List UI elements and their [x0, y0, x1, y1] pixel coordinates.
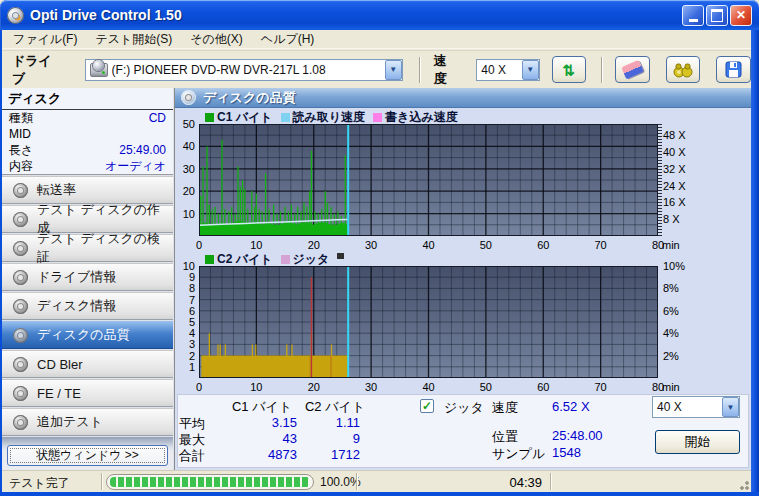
app-window: { "window": { "title": "Opti Drive Contr… — [0, 0, 759, 496]
stats-field-label: サンプル — [492, 445, 552, 463]
right-axis-tick: 40 X — [663, 146, 686, 158]
legend-swatch — [205, 113, 214, 122]
x-axis-tick: 0 — [187, 239, 211, 251]
y-axis-tick: 1 — [173, 361, 195, 373]
right-axis-tick: 32 X — [663, 163, 686, 175]
elapsed-time: 04:39 — [442, 475, 542, 490]
stats-c2-value: 9 — [295, 431, 360, 446]
x-axis-tick: 30 — [359, 381, 383, 393]
stats-col-header: C1 バイト — [222, 398, 302, 416]
y-axis-tick: 9 — [173, 271, 195, 283]
legend-swatch — [281, 113, 290, 122]
right-axis-tick: 10% — [663, 260, 685, 272]
status-bar: テスト完了 100.0% 04:39 — [2, 470, 751, 492]
stats-c1-value: 3.15 — [222, 415, 297, 430]
statusbar-separator — [550, 473, 552, 490]
right-axis-tick: 16 X — [663, 196, 686, 208]
x-axis-tick: 40 — [417, 239, 441, 251]
stats-c1-value: 4873 — [222, 447, 297, 462]
y-axis-tick: 40 — [173, 140, 195, 152]
right-axis-tick: 24 X — [663, 180, 686, 192]
x-axis-tick: 20 — [302, 239, 326, 251]
y-axis-tick: 4 — [173, 327, 195, 339]
statusbar-separator — [356, 473, 358, 490]
statusbar-separator — [101, 473, 103, 490]
x-axis-tick: 10 — [244, 381, 268, 393]
resize-grip[interactable] — [736, 477, 749, 490]
right-axis-tick: 6% — [663, 305, 679, 317]
right-axis-tick: 4% — [663, 327, 679, 339]
y-axis-tick: 7 — [173, 294, 195, 306]
stats-speed-select[interactable]: 40 X▼ — [652, 396, 740, 418]
x-axis-unit: min — [662, 381, 680, 393]
x-axis-tick: 40 — [417, 381, 441, 393]
status-text: テスト完了 — [9, 475, 70, 492]
stats-c1-value: 43 — [222, 431, 297, 446]
jitter-checkbox-label: ジッタ — [444, 399, 494, 417]
stats-field-label: 位置 — [492, 428, 552, 446]
stats-field-label: 速度 — [492, 399, 552, 417]
x-axis-tick: 10 — [244, 239, 268, 251]
x-axis-tick: 0 — [187, 381, 211, 393]
y-axis-tick: 3 — [173, 338, 195, 350]
stats-c2-value: 1.11 — [295, 415, 360, 430]
y-axis-tick: 8 — [173, 282, 195, 294]
y-axis-tick: 10 — [173, 208, 195, 220]
stats-field-value: 6.52 X — [552, 399, 632, 414]
right-axis-tick: 8 X — [663, 213, 680, 225]
legend-swatch — [373, 113, 382, 122]
x-axis-tick: 50 — [474, 381, 498, 393]
right-axis-tick: 48 X — [663, 129, 686, 141]
legend-swatch — [205, 255, 214, 264]
stats-col-header: C2 バイト — [295, 398, 375, 416]
x-axis-tick: 30 — [359, 239, 383, 251]
x-axis-unit: min — [662, 239, 680, 251]
x-axis-tick: 60 — [531, 239, 555, 251]
chart-plot — [199, 266, 658, 378]
progress-percent: 100.0% — [320, 475, 361, 489]
start-button[interactable]: 開始 — [655, 430, 740, 454]
window-border — [0, 492, 759, 496]
right-axis-tick: 2% — [663, 350, 679, 362]
y-axis-tick: 5 — [173, 316, 195, 328]
y-axis-tick: 2 — [173, 350, 195, 362]
y-axis-tick: 10 — [173, 260, 195, 272]
legend-swatch — [337, 253, 344, 259]
x-axis-tick: 70 — [589, 239, 613, 251]
progress-fill — [110, 477, 310, 487]
stats-field-value: 25:48.00 — [552, 428, 632, 443]
x-axis-tick: 60 — [531, 381, 555, 393]
x-axis-tick: 50 — [474, 239, 498, 251]
y-axis-tick: 6 — [173, 305, 195, 317]
window-border — [751, 30, 759, 496]
x-axis-tick: 70 — [589, 381, 613, 393]
y-axis-tick: 50 — [173, 118, 195, 130]
progress-bar — [106, 474, 314, 490]
y-axis-tick: 30 — [173, 163, 195, 175]
legend-swatch — [281, 255, 290, 264]
stats-speed-value: 40 X — [657, 400, 682, 414]
stats-field-value: 1548 — [552, 445, 632, 460]
stats-c2-value: 1712 — [295, 447, 360, 462]
right-axis-tick: 8% — [663, 282, 679, 294]
x-axis-tick: 20 — [302, 381, 326, 393]
chevron-down-icon[interactable]: ▼ — [722, 397, 739, 417]
jitter-checkbox[interactable]: ✓ — [420, 399, 434, 413]
y-axis-tick: 20 — [173, 185, 195, 197]
chart-plot — [199, 124, 658, 236]
window-border — [0, 30, 2, 496]
right-axis-ticks — [658, 124, 662, 236]
